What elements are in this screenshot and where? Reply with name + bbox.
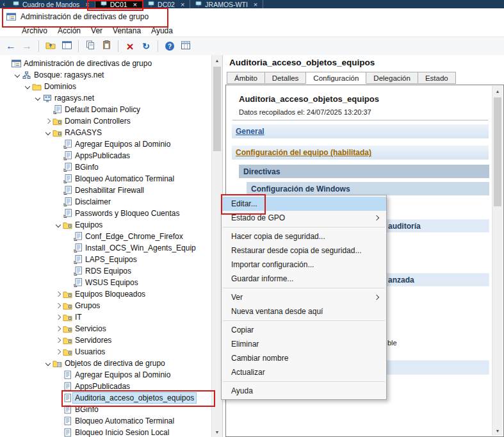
- menubar-item-ayuda[interactable]: Ayuda: [146, 26, 178, 35]
- show-tree-button[interactable]: [60, 39, 74, 53]
- scroll-tabs-left-icon[interactable]: ‹: [0, 1, 8, 8]
- menu-item-eliminar[interactable]: Eliminar: [222, 337, 386, 351]
- tree-item-agregar-equipos-al-dominio[interactable]: Agregar Equipos al Dominio: [0, 138, 211, 150]
- menu-item-cambiar-nombre[interactable]: Cambiar nombre: [222, 351, 386, 365]
- expander-chevron-icon[interactable]: [54, 350, 62, 354]
- tree-item-passwords-y-bloqueo-cuentas[interactable]: Passwords y Bloqueo Cuentas: [0, 208, 211, 219]
- expander-chevron-icon[interactable]: [33, 96, 42, 100]
- copy-button[interactable]: [83, 39, 97, 53]
- expander-chevron-icon[interactable]: [54, 338, 62, 342]
- report-section-winconf[interactable]: Configuración de Windows: [247, 182, 489, 195]
- tab-mbito[interactable]: Ámbito: [227, 72, 265, 84]
- up-level-button[interactable]: [44, 39, 58, 53]
- menu-item-importar-configuraci-n[interactable]: Importar configuración...: [222, 258, 386, 272]
- report-scrollbar-thumb[interactable]: [494, 97, 501, 206]
- tree-item-administraci-n-de-directivas-de-grupo[interactable]: Administración de directivas de grupo: [0, 58, 211, 69]
- report-section-txt1[interactable]: ble: [387, 339, 397, 347]
- tab-estado[interactable]: Estado: [418, 72, 456, 84]
- menubar-item-archivo[interactable]: Archivo: [17, 26, 53, 35]
- remote-tab-jramos-wti[interactable]: JRAMOS-WTI×: [190, 0, 263, 8]
- tree-item-ragasys[interactable]: RAGASYS: [0, 127, 211, 138]
- report-section-general[interactable]: General: [231, 124, 489, 139]
- tree-item-conf-edge-chrome-firefox[interactable]: Conf_Edge_Chrome_Firefox: [0, 231, 211, 242]
- tree-item-appspublicadas[interactable]: AppsPublicadas: [0, 381, 211, 392]
- scroll-down-icon[interactable]: ▼: [492, 425, 503, 436]
- tree-item-install-ocs-win-agents-equip[interactable]: Install_OCS_Win_Agents_Equip: [0, 242, 211, 254]
- refresh-button[interactable]: ↻: [139, 39, 153, 53]
- menu-item-ayuda[interactable]: Ayuda: [222, 384, 386, 398]
- menu-item-nueva-ventana-desde-aqu[interactable]: Nueva ventana desde aquí: [222, 304, 386, 318]
- tree-item-objetos-de-directiva-de-grupo[interactable]: Objetos de directiva de grupo: [0, 358, 211, 369]
- menu-item-restaurar-desde-copia-de-seguridad[interactable]: Restaurar desde copia de seguridad...: [222, 243, 386, 258]
- paste-button[interactable]: [99, 39, 113, 53]
- expander-chevron-icon[interactable]: [13, 73, 21, 77]
- forward-button[interactable]: →: [20, 39, 34, 53]
- menu-item-actualizar[interactable]: Actualizar: [222, 365, 386, 379]
- tree-item-it[interactable]: IT: [0, 311, 211, 323]
- expander-chevron-icon[interactable]: [44, 361, 52, 365]
- tree-scrollbar-thumb[interactable]: [213, 67, 221, 151]
- tree-item-grupos[interactable]: Grupos: [0, 300, 211, 311]
- menubar-item-acci-n[interactable]: Acción: [53, 26, 86, 35]
- expander-chevron-icon[interactable]: [54, 292, 62, 296]
- tab-configuraci-n[interactable]: Configuración: [305, 72, 366, 84]
- menu-item-estado-de-gpo[interactable]: Estado de GPO: [222, 211, 386, 225]
- menu-item-guardar-informe[interactable]: Guardar informe...: [222, 272, 386, 286]
- tree-item-domain-controllers[interactable]: Domain Controllers: [0, 115, 211, 127]
- report-section-equipo[interactable]: Configuración del equipo (habilitada): [231, 145, 489, 160]
- tree-item-usuarios[interactable]: Usuarios: [0, 346, 211, 358]
- remote-tab-cuadro-de-mandos[interactable]: Cuadro de Mandos×: [8, 0, 95, 8]
- tree-item-ragasys-net[interactable]: ragasys.net: [0, 92, 211, 104]
- close-tab-icon[interactable]: ×: [85, 1, 89, 8]
- tree-item-servicios[interactable]: Servicios: [0, 323, 211, 334]
- tab-delegaci-n[interactable]: Delegación: [366, 72, 418, 84]
- report-section-directivas[interactable]: Directivas: [239, 165, 489, 178]
- tree-item-equipos[interactable]: Equipos: [0, 219, 211, 231]
- tree-item-wsus-equipos[interactable]: WSUS Equipos: [0, 277, 211, 288]
- expander-chevron-icon[interactable]: [54, 315, 62, 319]
- menu-item-copiar[interactable]: Copiar: [222, 323, 386, 337]
- expander-chevron-icon[interactable]: [54, 304, 62, 308]
- tree-item-agregar-equipos-al-dominio[interactable]: Agregar Equipos al Dominio: [0, 369, 211, 381]
- report-scrollbar[interactable]: ▲ ▼: [492, 86, 503, 436]
- menubar-item-ver[interactable]: Ver: [86, 26, 108, 35]
- close-tab-icon[interactable]: ×: [181, 1, 184, 8]
- tree-item-appspublicadas[interactable]: AppsPublicadas: [0, 150, 211, 161]
- tree-item-disclaimer[interactable]: Disclaimer: [0, 196, 211, 208]
- tree-item-bosque-ragasys-net[interactable]: Bosque: ragasys.net: [0, 69, 211, 81]
- tree-item-deshabilitar-firewall[interactable]: Deshabilitar Firewall: [0, 185, 211, 196]
- tree-item-bginfo[interactable]: BGinfo: [0, 404, 211, 415]
- tree-item-default-domain-policy[interactable]: Default Domain Policy: [0, 104, 211, 115]
- expander-chevron-icon[interactable]: [54, 223, 62, 227]
- tree-item-bginfo[interactable]: BGinfo: [0, 161, 211, 173]
- tree-item-dominios[interactable]: Dominios: [0, 81, 211, 92]
- close-tab-icon[interactable]: ×: [133, 1, 137, 8]
- help-button[interactable]: ?: [163, 39, 177, 53]
- tree-item-bloqueo-automatico-terminal[interactable]: Bloqueo Automatico Terminal: [0, 415, 211, 427]
- tree-item-bloqueo-inicio-sesion-local[interactable]: Bloqueo Inicio Sesion Local: [0, 427, 211, 437]
- delete-button[interactable]: ×: [123, 39, 137, 53]
- expander-chevron-icon[interactable]: [44, 119, 52, 123]
- close-tab-icon[interactable]: ×: [254, 1, 257, 8]
- remote-tab-dc01[interactable]: DC01×: [95, 0, 143, 8]
- tab-detalles[interactable]: Detalles: [264, 72, 307, 84]
- tree-item-servidores[interactable]: Servidores: [0, 334, 211, 346]
- tree-item-equipos-bloqueados[interactable]: Equipos Bloqueados: [0, 288, 211, 300]
- expander-chevron-icon[interactable]: [54, 327, 62, 331]
- back-button[interactable]: ←: [4, 39, 18, 53]
- list-columns-button[interactable]: [179, 39, 193, 53]
- tree-item-bloqueo-automatico-terminal[interactable]: Bloqueo Automatico Terminal: [0, 173, 211, 185]
- menu-item-editar[interactable]: Editar...: [222, 197, 386, 211]
- remote-tab-dc02[interactable]: DC02×: [143, 0, 190, 8]
- tree-item-rds-equipos[interactable]: RDS Equipos: [0, 265, 211, 277]
- scroll-up-icon[interactable]: ▲: [212, 55, 222, 65]
- menubar-item-ventana[interactable]: Ventana: [108, 26, 146, 35]
- scroll-up-icon[interactable]: ▲: [492, 86, 503, 96]
- expander-chevron-icon[interactable]: [44, 131, 52, 135]
- menu-item-hacer-copia-de-seguridad[interactable]: Hacer copia de seguridad...: [222, 229, 386, 243]
- menu-item-ver[interactable]: Ver: [222, 290, 386, 304]
- expander-chevron-icon[interactable]: [23, 85, 31, 88]
- tree-item-auditoria-acceso-objetos-equipos[interactable]: Auditoria_acceso_objetos_equipos: [0, 392, 211, 404]
- tree-item-laps-equipos[interactable]: LAPS_Equipos: [0, 254, 211, 265]
- scroll-down-icon[interactable]: ▼: [212, 427, 222, 437]
